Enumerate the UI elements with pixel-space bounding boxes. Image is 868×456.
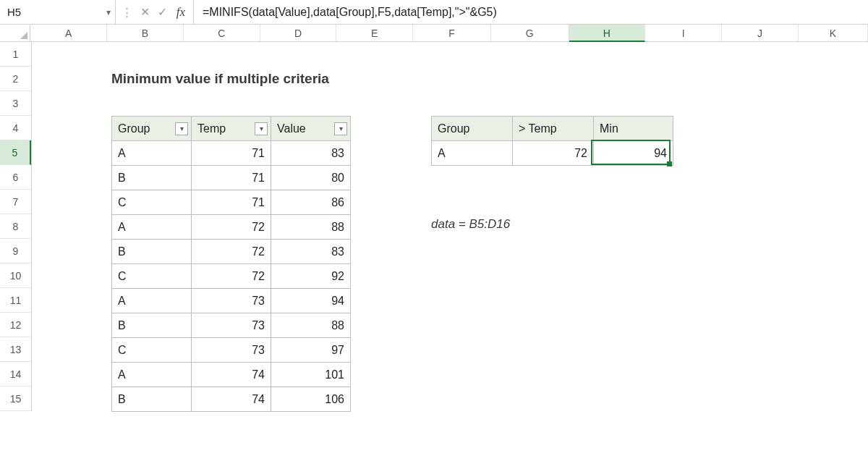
row-header-14[interactable]: 14: [0, 362, 31, 387]
cell-temp[interactable]: 73: [192, 289, 271, 313]
criteria-min[interactable]: 94: [594, 141, 673, 166]
table-row: B7180: [112, 166, 351, 190]
cell-group[interactable]: A: [112, 289, 192, 313]
col-header-I[interactable]: I: [645, 25, 722, 41]
col-header-K[interactable]: K: [799, 25, 868, 41]
row-header-4[interactable]: 4: [0, 116, 31, 140]
cell-temp[interactable]: 71: [192, 190, 271, 215]
cell-group[interactable]: C: [112, 264, 192, 289]
filter-dropdown-icon[interactable]: ▾: [334, 122, 347, 135]
row-header-6[interactable]: 6: [0, 165, 31, 190]
chevron-down-icon[interactable]: ▾: [106, 7, 111, 17]
cell-value[interactable]: 97: [271, 338, 351, 363]
col-header-D[interactable]: D: [260, 25, 337, 41]
col-header-E[interactable]: E: [336, 25, 413, 41]
cell-value[interactable]: 80: [271, 166, 351, 190]
col-header-C[interactable]: C: [184, 25, 260, 41]
separator-icon: ⋮: [119, 6, 135, 19]
cell-value[interactable]: 101: [271, 363, 351, 387]
row-header-15[interactable]: 15: [0, 387, 31, 411]
row-header-12[interactable]: 12: [0, 313, 31, 337]
criteria-header[interactable]: > Temp: [513, 117, 594, 141]
name-box-value: H5: [7, 6, 21, 18]
cell-value[interactable]: 94: [271, 289, 351, 313]
fx-icon[interactable]: fx: [171, 5, 190, 20]
criteria-temp[interactable]: 72: [513, 141, 594, 166]
cell-value[interactable]: 83: [271, 240, 351, 264]
cell-value[interactable]: 88: [271, 215, 351, 240]
table-row: B7283: [112, 240, 351, 264]
cell-group[interactable]: A: [112, 141, 192, 166]
cell-value[interactable]: 88: [271, 313, 351, 338]
table-row: A74101: [112, 363, 351, 387]
cell-group[interactable]: A: [112, 363, 192, 387]
cell-group[interactable]: B: [112, 313, 192, 338]
data-header-value[interactable]: Value▾: [271, 117, 351, 141]
name-box[interactable]: H5 ▾: [0, 0, 116, 24]
filter-dropdown-icon[interactable]: ▾: [255, 122, 268, 135]
table-row: A7394: [112, 289, 351, 313]
filter-dropdown-icon[interactable]: ▾: [175, 122, 188, 135]
enter-icon[interactable]: ✓: [154, 5, 170, 19]
cell-group[interactable]: B: [112, 166, 192, 190]
cell-temp[interactable]: 74: [192, 387, 271, 412]
row-header-1[interactable]: 1: [0, 42, 31, 67]
row-header-3[interactable]: 3: [0, 91, 31, 116]
col-header-A[interactable]: A: [30, 25, 107, 41]
cell-group[interactable]: C: [112, 190, 192, 215]
named-range-note: data = B5:D16: [431, 217, 510, 232]
cell-value[interactable]: 106: [271, 387, 351, 412]
column-headers: ABCDEFGHIJK: [0, 25, 868, 42]
criteria-header[interactable]: Group: [432, 117, 513, 141]
row-header-10[interactable]: 10: [0, 263, 31, 288]
formula-bar-buttons: ⋮ ✕ ✓ fx: [116, 0, 194, 24]
row-header-7[interactable]: 7: [0, 190, 31, 214]
table-row: C7292: [112, 264, 351, 289]
table-row: A7183: [112, 141, 351, 166]
row-header-5[interactable]: 5: [0, 140, 31, 165]
row-header-9[interactable]: 9: [0, 239, 31, 263]
col-header-J[interactable]: J: [722, 25, 799, 41]
table-row: B7388: [112, 313, 351, 338]
cell-temp[interactable]: 73: [192, 338, 271, 363]
formula-bar: H5 ▾ ⋮ ✕ ✓ fx =MINIFS(data[Value],data[G…: [0, 0, 868, 25]
cell-temp[interactable]: 71: [192, 166, 271, 190]
col-header-B[interactable]: B: [107, 25, 184, 41]
col-header-F[interactable]: F: [413, 25, 491, 41]
row-header-8[interactable]: 8: [0, 214, 31, 239]
criteria-group[interactable]: A: [432, 141, 513, 166]
cell-temp[interactable]: 71: [192, 141, 271, 166]
cell-value[interactable]: 86: [271, 190, 351, 215]
cell-value[interactable]: 83: [271, 141, 351, 166]
cell-temp[interactable]: 72: [192, 264, 271, 289]
cell-value[interactable]: 92: [271, 264, 351, 289]
cell-group[interactable]: B: [112, 387, 192, 412]
table-row: C7186: [112, 190, 351, 215]
cell-group[interactable]: A: [112, 215, 192, 240]
column-label: Group: [118, 122, 150, 135]
row-header-11[interactable]: 11: [0, 288, 31, 313]
data-table: Group▾Temp▾Value▾ A7183B7180C7186A7288B7…: [111, 116, 351, 412]
cell-group[interactable]: B: [112, 240, 192, 264]
select-all-corner[interactable]: [0, 25, 30, 41]
cell-grid[interactable]: Minimum value if multiple criteria Group…: [32, 42, 868, 411]
data-header-group[interactable]: Group▾: [112, 117, 192, 141]
cancel-icon[interactable]: ✕: [137, 5, 153, 19]
criteria-header[interactable]: Min: [594, 117, 673, 141]
cell-temp[interactable]: 74: [192, 363, 271, 387]
cell-temp[interactable]: 72: [192, 240, 271, 264]
col-header-H[interactable]: H: [569, 25, 646, 42]
row-header-2[interactable]: 2: [0, 67, 31, 91]
data-header-temp[interactable]: Temp▾: [192, 117, 271, 141]
formula-input[interactable]: =MINIFS(data[Value],data[Group],F5,data[…: [194, 0, 868, 24]
table-row: A 72 94: [432, 141, 673, 166]
formula-text: =MINIFS(data[Value],data[Group],F5,data[…: [203, 6, 497, 19]
criteria-table: Group> TempMin A 72 94: [431, 116, 673, 166]
cell-temp[interactable]: 72: [192, 215, 271, 240]
table-row: A7288: [112, 215, 351, 240]
cell-group[interactable]: C: [112, 338, 192, 363]
col-header-G[interactable]: G: [491, 25, 569, 41]
row-header-13[interactable]: 13: [0, 337, 31, 362]
cell-temp[interactable]: 73: [192, 313, 271, 338]
column-label: Value: [277, 122, 306, 135]
